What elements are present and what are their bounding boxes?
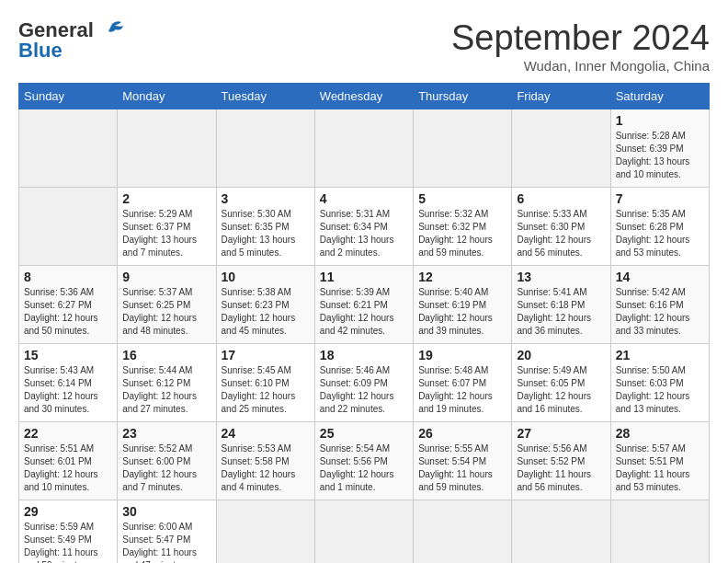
day-info: Sunrise: 5:40 AMSunset: 6:19 PMDaylight:… [418, 287, 493, 336]
calendar-day-cell: 21Sunrise: 5:50 AMSunset: 6:03 PMDayligh… [610, 344, 709, 422]
day-info: Sunrise: 6:00 AMSunset: 5:47 PMDaylight:… [122, 522, 197, 563]
calendar-day-cell [610, 500, 709, 564]
day-number: 6 [517, 191, 605, 206]
day-info: Sunrise: 5:57 AMSunset: 5:51 PMDaylight:… [616, 443, 690, 492]
day-info: Sunrise: 5:50 AMSunset: 6:03 PMDaylight:… [616, 365, 690, 414]
calendar-day-cell: 30Sunrise: 6:00 AMSunset: 5:47 PMDayligh… [118, 500, 216, 564]
calendar-day-cell: 7Sunrise: 5:35 AMSunset: 6:28 PMDaylight… [610, 188, 709, 266]
calendar-day-cell [216, 500, 314, 564]
day-number: 27 [517, 426, 605, 441]
day-info: Sunrise: 5:52 AMSunset: 6:00 PMDaylight:… [122, 443, 197, 492]
day-info: Sunrise: 5:55 AMSunset: 5:54 PMDaylight:… [418, 443, 493, 492]
calendar-day-cell: 26Sunrise: 5:55 AMSunset: 5:54 PMDayligh… [414, 422, 512, 500]
calendar-day-cell [314, 109, 413, 188]
calendar-day-cell: 25Sunrise: 5:54 AMSunset: 5:56 PMDayligh… [314, 422, 413, 500]
calendar-day-cell: 13Sunrise: 5:41 AMSunset: 6:18 PMDayligh… [512, 266, 610, 344]
calendar-day-cell [216, 109, 314, 188]
day-number: 14 [616, 270, 704, 284]
day-info: Sunrise: 5:49 AMSunset: 6:05 PMDaylight:… [517, 365, 591, 414]
calendar-day-cell: 23Sunrise: 5:52 AMSunset: 6:00 PMDayligh… [118, 422, 216, 500]
day-number: 7 [616, 191, 704, 206]
calendar-day-cell: 5Sunrise: 5:32 AMSunset: 6:32 PMDaylight… [414, 188, 512, 266]
calendar-day-cell [19, 188, 118, 266]
day-info: Sunrise: 5:35 AMSunset: 6:28 PMDaylight:… [616, 209, 690, 258]
day-number: 1 [616, 113, 704, 128]
day-info: Sunrise: 5:48 AMSunset: 6:07 PMDaylight:… [418, 365, 493, 414]
calendar-day-cell: 27Sunrise: 5:56 AMSunset: 5:52 PMDayligh… [512, 422, 610, 500]
day-number: 30 [122, 504, 210, 519]
day-info: Sunrise: 5:36 AMSunset: 6:27 PMDaylight:… [24, 287, 98, 336]
title-block: September 2024 Wudan, Inner Mongolia, Ch… [451, 18, 710, 74]
calendar-day-cell [314, 500, 413, 564]
calendar-week-row: 8Sunrise: 5:36 AMSunset: 6:27 PMDaylight… [19, 266, 710, 344]
calendar-day-cell: 1Sunrise: 5:28 AMSunset: 6:39 PMDaylight… [610, 109, 709, 188]
day-info: Sunrise: 5:33 AMSunset: 6:30 PMDaylight:… [517, 209, 591, 258]
day-info: Sunrise: 5:41 AMSunset: 6:18 PMDaylight:… [517, 287, 591, 336]
day-info: Sunrise: 5:39 AMSunset: 6:21 PMDaylight:… [320, 287, 394, 336]
day-number: 29 [24, 504, 112, 519]
day-info: Sunrise: 5:53 AMSunset: 5:58 PMDaylight:… [222, 443, 296, 492]
weekday-label: Sunday [19, 84, 118, 109]
day-number: 18 [320, 348, 408, 362]
weekday-label: Saturday [610, 84, 709, 109]
day-info: Sunrise: 5:37 AMSunset: 6:25 PMDaylight:… [122, 287, 197, 336]
weekday-label: Wednesday [314, 84, 413, 109]
day-number: 5 [418, 191, 506, 206]
logo-bird-icon [96, 20, 123, 40]
day-number: 8 [24, 270, 112, 284]
calendar-day-cell: 19Sunrise: 5:48 AMSunset: 6:07 PMDayligh… [414, 344, 512, 422]
day-number: 2 [122, 191, 210, 206]
logo: General Blue [18, 18, 123, 63]
calendar-day-cell: 4Sunrise: 5:31 AMSunset: 6:34 PMDaylight… [314, 188, 413, 266]
day-number: 4 [320, 191, 408, 206]
calendar-day-cell: 3Sunrise: 5:30 AMSunset: 6:35 PMDaylight… [216, 188, 314, 266]
logo-blue: Blue [18, 39, 63, 63]
calendar-day-cell [414, 500, 512, 564]
calendar-day-cell: 18Sunrise: 5:46 AMSunset: 6:09 PMDayligh… [314, 344, 413, 422]
calendar-week-row: 1Sunrise: 5:28 AMSunset: 6:39 PMDaylight… [19, 109, 710, 188]
day-number: 12 [418, 270, 506, 284]
calendar-week-row: 22Sunrise: 5:51 AMSunset: 6:01 PMDayligh… [19, 422, 710, 500]
calendar-day-cell: 14Sunrise: 5:42 AMSunset: 6:16 PMDayligh… [610, 266, 709, 344]
calendar-day-cell [414, 109, 512, 188]
calendar-day-cell: 28Sunrise: 5:57 AMSunset: 5:51 PMDayligh… [610, 422, 709, 500]
weekday-label: Friday [512, 84, 610, 109]
calendar-day-cell: 10Sunrise: 5:38 AMSunset: 6:23 PMDayligh… [216, 266, 314, 344]
calendar-day-cell: 29Sunrise: 5:59 AMSunset: 5:49 PMDayligh… [19, 500, 118, 564]
month-title: September 2024 [451, 18, 710, 58]
weekday-label: Monday [118, 84, 216, 109]
day-info: Sunrise: 5:38 AMSunset: 6:23 PMDaylight:… [222, 287, 296, 336]
day-info: Sunrise: 5:29 AMSunset: 6:37 PMDaylight:… [122, 209, 197, 258]
day-number: 26 [418, 426, 506, 441]
day-number: 28 [616, 426, 704, 441]
calendar-day-cell: 16Sunrise: 5:44 AMSunset: 6:12 PMDayligh… [118, 344, 216, 422]
day-number: 10 [222, 270, 310, 284]
weekday-label: Tuesday [216, 84, 314, 109]
calendar-day-cell: 6Sunrise: 5:33 AMSunset: 6:30 PMDaylight… [512, 188, 610, 266]
day-number: 11 [320, 270, 408, 284]
day-info: Sunrise: 5:31 AMSunset: 6:34 PMDaylight:… [320, 209, 394, 258]
calendar-body: 1Sunrise: 5:28 AMSunset: 6:39 PMDaylight… [19, 109, 710, 564]
day-info: Sunrise: 5:28 AMSunset: 6:39 PMDaylight:… [616, 131, 690, 179]
calendar-day-cell [118, 109, 216, 188]
day-info: Sunrise: 5:32 AMSunset: 6:32 PMDaylight:… [418, 209, 493, 258]
day-info: Sunrise: 5:56 AMSunset: 5:52 PMDaylight:… [517, 443, 591, 492]
day-info: Sunrise: 5:45 AMSunset: 6:10 PMDaylight:… [222, 365, 296, 414]
day-info: Sunrise: 5:44 AMSunset: 6:12 PMDaylight:… [122, 365, 197, 414]
calendar-day-cell: 8Sunrise: 5:36 AMSunset: 6:27 PMDaylight… [19, 266, 118, 344]
page-header: General Blue September 2024 Wudan, Inner… [18, 18, 710, 74]
calendar-day-cell: 24Sunrise: 5:53 AMSunset: 5:58 PMDayligh… [216, 422, 314, 500]
weekday-label: Thursday [414, 84, 512, 109]
day-number: 17 [222, 348, 310, 362]
day-number: 13 [517, 270, 605, 284]
calendar-table: SundayMondayTuesdayWednesdayThursdayFrid… [18, 83, 710, 563]
day-info: Sunrise: 5:30 AMSunset: 6:35 PMDaylight:… [222, 209, 296, 258]
calendar-week-row: 29Sunrise: 5:59 AMSunset: 5:49 PMDayligh… [19, 500, 710, 564]
calendar-day-cell: 15Sunrise: 5:43 AMSunset: 6:14 PMDayligh… [19, 344, 118, 422]
day-number: 15 [24, 348, 112, 362]
calendar-day-cell: 17Sunrise: 5:45 AMSunset: 6:10 PMDayligh… [216, 344, 314, 422]
day-number: 20 [517, 348, 605, 362]
calendar-day-cell: 22Sunrise: 5:51 AMSunset: 6:01 PMDayligh… [19, 422, 118, 500]
location: Wudan, Inner Mongolia, China [451, 58, 710, 74]
day-number: 24 [222, 426, 310, 441]
